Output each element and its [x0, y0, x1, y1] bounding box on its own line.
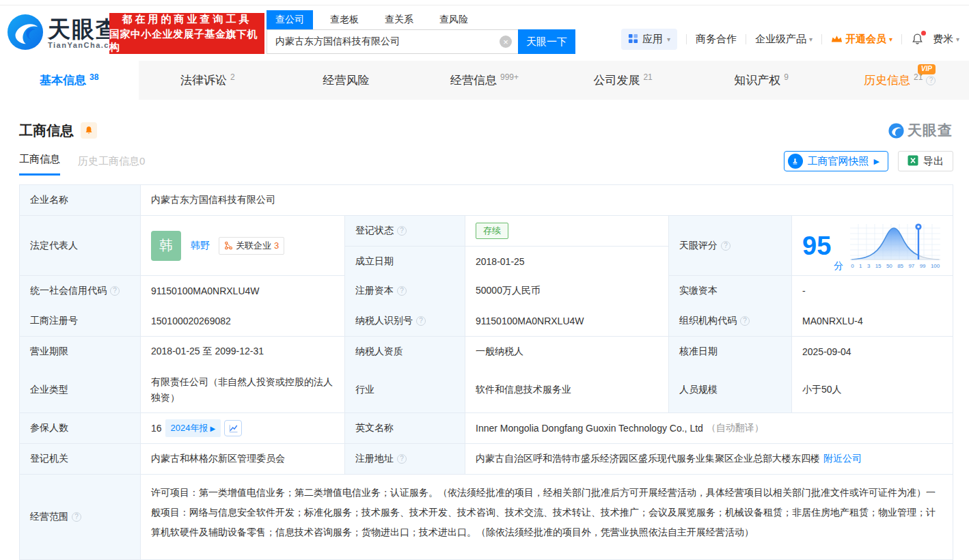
nav-divider: [746, 34, 746, 44]
annual-report-label: 2024年报: [171, 422, 208, 434]
insured-trend-icon[interactable]: [224, 420, 242, 436]
annual-report-badge[interactable]: 2024年报 ▶: [165, 419, 221, 437]
reg-address-cell: 内蒙古自治区呼和浩特市盛乐经济园区盛乐现代服务业集聚区企业总部大楼东四楼 附近公…: [465, 444, 953, 474]
insured-count-cell: 16 2024年报 ▶: [141, 413, 345, 443]
help-icon[interactable]: [72, 512, 81, 522]
paid-capital-value: -: [792, 276, 953, 306]
search-tab-relation[interactable]: 查关系: [376, 10, 422, 29]
tab-intellectual-property[interactable]: 知识产权 9: [692, 61, 831, 100]
reg-capital-label: 注册资本: [355, 285, 394, 297]
excel-icon: [907, 155, 918, 168]
related-companies-count: 3: [274, 240, 279, 251]
business-info-table: 企业名称 内蒙古东方国信科技有限公司 法定代表人 韩 韩野 关联企业 3: [19, 184, 953, 560]
related-companies-label: 关联企业: [236, 240, 271, 252]
section-header: 工商信息 天眼查: [0, 100, 969, 140]
tab-basic-info[interactable]: 基本信息 38: [0, 61, 139, 100]
help-icon[interactable]: [721, 241, 731, 251]
nav-open-vip[interactable]: 开通会员 ▾: [831, 33, 892, 46]
business-scope-label-cell: 经营范围: [20, 475, 141, 559]
nav-enterprise-label: 企业级产品: [755, 33, 806, 46]
score-cell: 95 分: [792, 216, 953, 275]
taxpayer-quality-label: 纳税人资质: [345, 337, 465, 367]
reg-authority-value: 内蒙古和林格尔新区管理委员会: [141, 444, 345, 474]
slogan-line1: 都在用的商业查询工具: [122, 13, 252, 26]
crown-icon: [831, 33, 843, 45]
nav-apps[interactable]: 应用 ▾: [621, 29, 677, 50]
stamp-icon: [788, 154, 803, 169]
search-tabs: 查公司 查老板 查关系 查风险: [267, 11, 575, 29]
industry-label: 行业: [345, 367, 465, 412]
staff-size-value: 小于50人: [792, 367, 953, 412]
company-type-value-cell: 有限责任公司（非自然人投资或控股的法人独资）: [141, 367, 345, 412]
watermark-text: 天眼查: [907, 121, 953, 140]
auto-translate-note: （自动翻译）: [707, 422, 764, 434]
nav-vip-label: 开通会员: [845, 33, 886, 46]
table-row: 经营范围 许可项目：第一类增值电信业务；第二类增值电信业务；认证服务。（依法须经…: [20, 475, 953, 559]
industry-value: 软件和信息技术服务业: [465, 367, 669, 412]
apps-grid-icon: [628, 33, 638, 46]
english-name-value: Inner Mongolia Dongfang Guoxin Technolog…: [476, 423, 703, 434]
search-tab-company[interactable]: 查公司: [267, 10, 313, 29]
tab-business-risk[interactable]: 经营风险: [277, 61, 415, 100]
tab-legal-proceedings[interactable]: 法律诉讼 2: [139, 61, 277, 100]
tab-business-info[interactable]: 经营信息 999+: [415, 61, 554, 100]
notification-bell-icon[interactable]: [911, 33, 924, 46]
subtab-business-info[interactable]: 工商信息: [19, 153, 60, 176]
search-tab-risk[interactable]: 查风险: [431, 10, 477, 29]
search-clear-icon[interactable]: [500, 36, 512, 48]
export-button[interactable]: 导出: [898, 151, 953, 171]
subtab-history-business-info[interactable]: 历史工商信息0: [78, 155, 145, 176]
business-term-value: 2018-01-25 至 2099-12-31: [141, 337, 345, 367]
tab-history-info[interactable]: VIP 历史信息 21: [830, 61, 969, 100]
chevron-down-icon: ▾: [809, 36, 813, 43]
score-label-cell: 天眼评分: [669, 216, 792, 275]
legal-rep-label: 法定代表人: [20, 216, 141, 275]
company-tab-bar: 基本信息 38 法律诉讼 2 经营风险 经营信息 999+ 公司发展 21 知识…: [0, 61, 969, 100]
table-row: 企业类型 有限责任公司（非自然人投资或控股的法人独资） 行业 软件和信息技术服务…: [20, 367, 953, 413]
tianyancha-logo[interactable]: 天眼查 TianYanCha.com: [7, 14, 122, 53]
tab-company-development[interactable]: 公司发展 21: [554, 61, 692, 100]
table-row: 统一社会信用代码 91150100MA0NRXLU4W 注册资本 50000万人…: [20, 276, 953, 306]
score-unit: 分: [834, 260, 843, 272]
official-snapshot-button[interactable]: 工商官网快照 ▶: [784, 151, 888, 171]
reg-status-label: 登记状态: [355, 225, 394, 237]
help-icon[interactable]: [416, 316, 426, 326]
nav-cooperation[interactable]: 商务合作: [696, 33, 737, 46]
reg-address-label: 注册地址: [355, 453, 394, 465]
business-scope-value: 许可项目：第一类增值电信业务；第二类增值电信业务；认证服务。（依法须经批准的项目…: [141, 475, 953, 559]
help-icon[interactable]: [926, 76, 936, 85]
reg-capital-value: 50000万人民币: [465, 276, 669, 306]
search-button[interactable]: 天眼一下: [518, 29, 575, 54]
reg-authority-label: 登记机关: [20, 444, 141, 474]
export-label: 导出: [923, 155, 944, 168]
table-row: 企业名称 内蒙古东方国信科技有限公司: [20, 185, 953, 216]
section-title: 工商信息: [19, 122, 74, 140]
legal-rep-avatar[interactable]: 韩: [151, 231, 181, 261]
tab-label: 历史信息: [864, 72, 910, 88]
help-icon[interactable]: [110, 286, 120, 296]
help-icon[interactable]: [397, 286, 407, 296]
establish-date-value: 2018-01-25: [465, 247, 669, 277]
nav-divider: [901, 34, 902, 44]
table-row: 工商注册号 150100020269082 纳税人识别号 91150100MA0…: [20, 306, 953, 337]
reg-capital-label-cell: 注册资本: [345, 276, 465, 306]
legal-rep-name-link[interactable]: 韩野: [191, 240, 210, 252]
status-badge: 存续: [476, 223, 508, 239]
tab-count: 999+: [500, 72, 519, 82]
search-input[interactable]: [267, 29, 518, 54]
help-icon[interactable]: [397, 226, 407, 236]
nearby-companies-link[interactable]: 附近公司: [823, 453, 862, 465]
help-icon[interactable]: [397, 454, 407, 464]
nav-user[interactable]: 费米 ▾: [933, 33, 959, 46]
monitor-bell-icon[interactable]: [81, 122, 97, 139]
help-icon[interactable]: [740, 316, 750, 326]
slogan-line2: 国家中小企业发展子基金旗下机构: [109, 28, 264, 54]
snapshot-label: 工商官网快照: [808, 155, 869, 168]
tab-label: 经营风险: [323, 72, 369, 88]
related-companies-badge[interactable]: 关联企业 3: [219, 237, 284, 255]
nav-enterprise-products[interactable]: 企业级产品 ▾: [755, 33, 813, 46]
reg-number-value: 150100020269082: [141, 306, 345, 336]
tab-label: 知识产权: [734, 72, 780, 88]
search-tab-boss[interactable]: 查老板: [321, 10, 368, 29]
search-module: 查公司 查老板 查关系 查风险 天眼一下: [267, 11, 575, 54]
